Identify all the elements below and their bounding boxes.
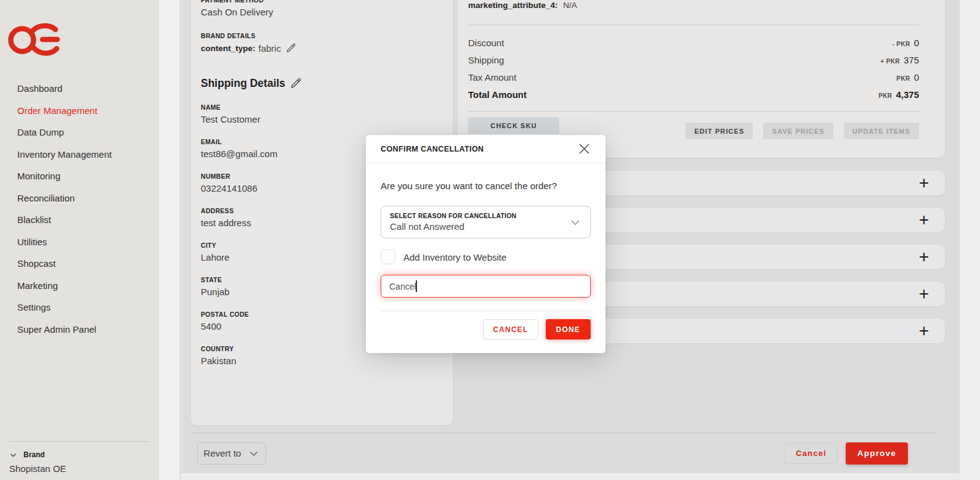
divider [468,111,919,112]
chevron-down-icon [569,216,582,229]
edit-shipping-details-icon[interactable] [290,78,302,89]
order-summary-card: marketing_attribute_4: N/A Discount - PK… [458,0,945,158]
oe-logo-icon [8,19,62,59]
modal-cancel-button[interactable]: CANCEL [483,319,538,340]
payment-method-label: PAYMENT METHOD [201,0,443,4]
chevron-down-icon [9,451,17,459]
divider [468,25,919,25]
shipping-details-title: Shipping Details [201,77,285,90]
divider [9,441,150,442]
add-inventory-label: Add Inventory to Website [403,252,506,262]
price-actions: EDIT PRICES SAVE PRICES UPDATE ITEMS [686,123,919,139]
revert-to-label: Revert to [204,448,241,458]
modal-done-button[interactable]: DONE [546,319,591,340]
sidebar-item-dashboard[interactable]: Dashboard [17,82,111,95]
footer-actions: Cancel Approve [785,442,908,465]
sidebar-nav: Dashboard Order Management Data Dump Inv… [17,82,111,336]
expand-plus-icon[interactable]: + [919,248,929,266]
add-inventory-checkbox[interactable] [381,250,395,264]
sidebar-item-inventory-management[interactable]: Inventory Management [17,148,111,161]
marketing-attribute-key: marketing_attribute_4: [468,1,558,10]
cancellation-note-input[interactable] [381,275,591,298]
sidebar-item-utilities[interactable]: Utilities [17,235,111,248]
update-items-button[interactable]: UPDATE ITEMS [844,123,919,139]
modal-body: Are you sure you want to cancel the orde… [366,163,605,353]
text-caret [416,280,417,292]
divider [381,311,591,311]
cancellation-note-wrap [381,275,591,298]
expand-plus-icon[interactable]: + [919,174,929,192]
edit-prices-button[interactable]: EDIT PRICES [686,123,753,139]
brand-selector-value: Shopistan OE [9,463,150,474]
tax-row: Tax Amount PKR0 [468,68,919,86]
sidebar-item-order-management[interactable]: Order Management [17,104,111,117]
brand-details-label: BRAND DETAILS [201,32,443,39]
check-sku-button[interactable]: CHECK SKU [468,117,559,134]
brand-details-row: content_type: fabric [201,43,443,54]
sidebar-footer: Brand Shopistan OE [0,441,159,474]
sidebar-gap-strip [159,0,180,480]
brand-selector-label: Brand [23,450,45,459]
sidebar-item-reconciliation[interactable]: Reconciliation [17,192,111,205]
revert-to-dropdown[interactable]: Revert to [197,442,266,465]
sidebar-item-settings[interactable]: Settings [17,301,111,314]
expand-plus-icon[interactable]: + [919,211,929,229]
amount-summary: Discount - PKR0 Shipping + PKR375 Tax Am… [468,34,919,103]
payment-method-value: Cash On Delivery [201,7,443,17]
reason-select-label: SELECT REASON FOR CANCELLATION [390,212,581,219]
save-prices-button[interactable]: SAVE PRICES [763,123,833,139]
total-row: Total Amount PKR4,375 [468,86,919,103]
marketing-attribute-value: N/A [563,1,577,10]
sidebar-item-blacklist[interactable]: Blacklist [17,213,111,226]
cancel-order-button[interactable]: Cancel [785,443,838,464]
discount-row: Discount - PKR0 [468,34,919,51]
order-actions-bar: Revert to Cancel Approve [191,433,935,473]
modal-footer: CANCEL DONE [381,319,591,340]
brand-attribute-value: fabric [259,43,281,54]
reason-select-value: Call not Answered [390,221,581,232]
approve-order-button[interactable]: Approve [846,442,908,465]
close-icon[interactable] [578,142,591,155]
confirm-cancellation-modal: CONFIRM CANCELLATION Are you sure you wa… [366,135,605,353]
brand-attribute-key: content_type: [201,44,256,53]
edit-brand-details-icon[interactable] [286,43,296,54]
oe-logo [8,19,62,59]
shipping-field: NAME Test Customer [201,104,443,124]
marketing-attribute-row: marketing_attribute_4: N/A [468,1,919,10]
sidebar-item-monitoring[interactable]: Monitoring [17,169,111,182]
confirmation-question: Are you sure you want to cancel the orde… [381,181,591,191]
modal-header: CONFIRM CANCELLATION [366,135,605,163]
sidebar: Dashboard Order Management Data Dump Inv… [0,0,159,480]
shipping-row: Shipping + PKR375 [468,51,919,68]
chevron-down-icon [248,448,259,459]
sidebar-item-data-dump[interactable]: Data Dump [17,126,111,139]
add-inventory-row: Add Inventory to Website [381,250,591,264]
cancellation-reason-select[interactable]: SELECT REASON FOR CANCELLATION Call not … [381,206,591,238]
expand-plus-icon[interactable]: + [919,322,929,340]
sidebar-item-marketing[interactable]: Marketing [17,279,111,292]
sidebar-item-shopcast[interactable]: Shopcast [17,257,111,270]
sidebar-item-super-admin-panel[interactable]: Super Admin Panel [17,323,111,336]
modal-title: CONFIRM CANCELLATION [381,145,484,153]
expand-plus-icon[interactable]: + [919,285,929,303]
brand-selector[interactable]: Brand [9,450,150,459]
shipping-details-header: Shipping Details [201,77,443,90]
